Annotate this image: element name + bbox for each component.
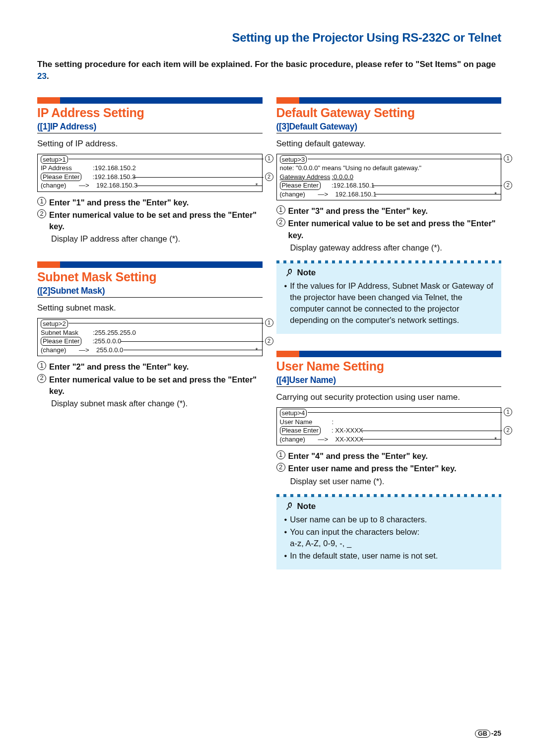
section-title-subnet: Subnet Mask Setting — [37, 270, 263, 284]
row-label: (change) — [280, 435, 318, 444]
section-title-gw: Default Gateway Setting — [276, 106, 502, 120]
enter-box: Please Enter — [280, 426, 321, 435]
step-2: Enter numerical value to be set and pres… — [49, 374, 263, 397]
note-user: Note •User name can be up to 8 character… — [276, 496, 502, 569]
row-label: Subnet Mask — [41, 328, 93, 337]
section-sub-subnet: ([2]Subnet Mask) — [37, 286, 263, 298]
desc-user: Carrying out security protection using u… — [276, 392, 502, 403]
terminal-subnet: setup>2 Subnet Mask:255.255.255.0 Please… — [37, 318, 263, 356]
desc-gw: Setting default gateway. — [276, 138, 502, 150]
row-label: (change) — [41, 346, 79, 355]
setup-box: setup>3 — [280, 155, 307, 164]
steps-ip: 1Enter "1" and press the "Enter" key. 2E… — [37, 197, 263, 245]
step-num-icon: 1 — [276, 205, 285, 214]
row-label: (change) — [280, 190, 318, 199]
step-1: Enter "4" and press the "Enter" key. — [288, 450, 502, 462]
row-val: : — [332, 418, 334, 426]
step-num-icon: 1 — [37, 197, 46, 206]
setup-box: setup>4 — [280, 409, 307, 418]
note-label: Note — [297, 268, 316, 278]
row-val: 255.0.0.0 — [96, 346, 123, 354]
step-num-icon: 1 — [276, 450, 285, 459]
intro-page-link[interactable]: 23 — [37, 71, 47, 81]
callout-1: 1 — [504, 408, 512, 416]
step-num-icon: 2 — [276, 218, 285, 227]
setup-box: setup>1 — [41, 155, 68, 164]
callout-2: 2 — [504, 181, 512, 189]
steps-gw: 1Enter "3" and press the "Enter" key. 2E… — [276, 205, 502, 253]
section-bar — [37, 261, 263, 268]
row-val: :255.0.0.0 — [92, 337, 121, 345]
note-icon — [284, 501, 295, 512]
section-bar — [276, 351, 502, 357]
callout-2: 2 — [265, 173, 273, 181]
note-item: User name can be up to 8 characters. — [290, 514, 427, 525]
steps-subnet: 1Enter "2" and press the "Enter" key. 2E… — [37, 361, 263, 409]
steps-user: 1Enter "4" and press the "Enter" key. 2E… — [276, 450, 502, 487]
enter-box: Please Enter — [41, 337, 81, 346]
setup-box: setup>2 — [41, 319, 68, 328]
desc-subnet: Setting subnet mask. — [37, 303, 263, 314]
section-bar — [37, 97, 263, 104]
row-val: :192.168.150.2 — [93, 164, 136, 172]
gw-note: note: "0.0.0.0" means "Using no default … — [280, 164, 498, 173]
note-gw: Note •If the values for IP Address, Subn… — [276, 262, 502, 334]
row-val: :0.0.0.0 — [332, 173, 353, 181]
note-item: In the default state, user name is not s… — [290, 550, 438, 562]
intro-b: . — [47, 71, 49, 81]
callout-2: 2 — [265, 337, 273, 345]
step-after: Display subnet mask after change (*). — [51, 398, 263, 409]
row-val: :255.255.255.0 — [93, 329, 136, 336]
section-gateway: Default Gateway Setting ([3]Default Gate… — [276, 97, 502, 334]
section-bar — [276, 97, 502, 104]
enter-box: Please Enter — [41, 173, 81, 182]
row-val: :192.168.150.3 — [92, 173, 135, 181]
row-val: 192.168.150.3 — [96, 182, 137, 189]
row-val: : XX-XXXX — [332, 427, 363, 434]
arrow: —> — [318, 435, 335, 444]
row-label: Gateway Address — [280, 173, 332, 182]
row-val: :192.168.150.1 — [332, 182, 375, 189]
step-num-icon: 2 — [276, 463, 285, 472]
page-footer: GB-25 — [475, 729, 501, 737]
row-label: IP Address — [41, 164, 93, 173]
section-title-user: User Name Setting — [276, 359, 502, 374]
step-num-icon: 2 — [37, 374, 46, 383]
step-after: Display IP address after change (*). — [51, 233, 263, 245]
callout-1: 1 — [504, 154, 512, 163]
star: * — [494, 190, 497, 199]
section-subnet: Subnet Mask Setting ([2]Subnet Mask) Set… — [37, 261, 263, 409]
intro-text: The setting procedure for each item will… — [37, 59, 501, 82]
section-user: User Name Setting ([4]User Name) Carryin… — [276, 351, 502, 569]
arrow: —> — [79, 346, 96, 355]
section-sub-user: ([4]User Name) — [276, 375, 502, 387]
row-label: (change) — [41, 181, 79, 190]
note-item: If the values for IP Address, Subnet Mas… — [290, 280, 493, 326]
section-sub-gw: ([3]Default Gateway) — [276, 122, 502, 133]
step-1: Enter "1" and press the "Enter" key. — [49, 197, 263, 208]
arrow: —> — [79, 181, 96, 190]
row-val: XX-XXXX — [335, 436, 363, 443]
step-after: Display set user name (*). — [290, 476, 502, 487]
terminal-gw: setup>3 note: "0.0.0.0" means "Using no … — [276, 154, 502, 201]
terminal-user: setup>4 User Name: Please Enter: XX-XXXX… — [276, 407, 502, 445]
step-num-icon: 2 — [37, 209, 46, 218]
terminal-ip: setup>1 IP Address:192.168.150.2 Please … — [37, 154, 263, 192]
section-title-ip: IP Address Setting — [37, 106, 263, 120]
intro-a: The setting procedure for each item will… — [37, 60, 496, 69]
callout-1: 1 — [265, 154, 273, 163]
note-icon — [284, 267, 295, 278]
page-title: Setting up the Projector Using RS-232C o… — [37, 31, 501, 45]
note-item: You can input the characters below: a-z,… — [290, 526, 419, 549]
page-number: -25 — [491, 729, 501, 737]
region-badge: GB — [475, 730, 490, 738]
desc-ip: Setting of IP address. — [37, 138, 263, 150]
step-num-icon: 1 — [37, 361, 46, 370]
arrow: —> — [318, 190, 335, 199]
step-2: Enter user name and press the "Enter" ke… — [288, 463, 502, 474]
callout-1: 1 — [265, 318, 273, 327]
row-label: User Name — [280, 418, 332, 427]
step-2: Enter numerical value to be set and pres… — [49, 209, 263, 232]
callout-2: 2 — [504, 426, 512, 435]
step-1: Enter "2" and press the "Enter" key. — [49, 361, 263, 373]
